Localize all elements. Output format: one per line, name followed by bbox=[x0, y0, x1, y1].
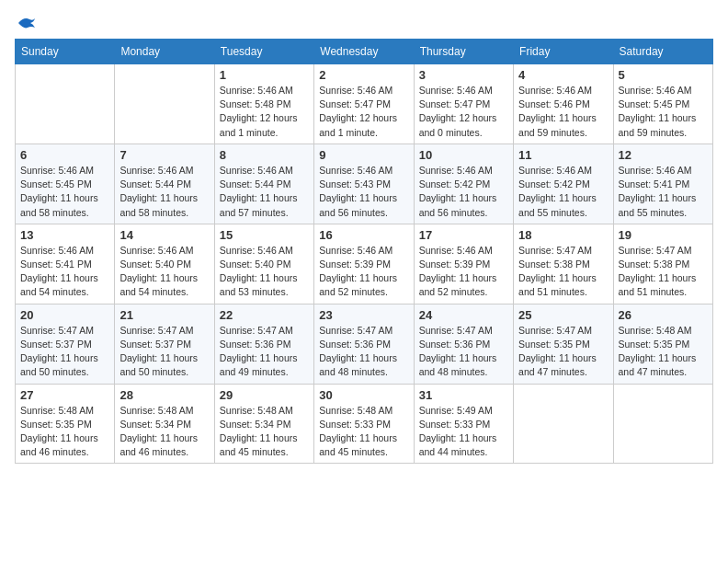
cell-line: Daylight: 11 hours and 57 minutes. bbox=[220, 192, 298, 217]
cell-line: Sunrise: 5:47 AM bbox=[518, 325, 592, 336]
cell-line: Sunrise: 5:46 AM bbox=[518, 165, 592, 176]
cell-content: Sunrise: 5:46 AMSunset: 5:45 PMDaylight:… bbox=[20, 164, 109, 220]
cell-line: Sunset: 5:35 PM bbox=[518, 339, 590, 350]
calendar-cell: 21Sunrise: 5:47 AMSunset: 5:37 PMDayligh… bbox=[115, 304, 214, 384]
calendar-week-row: 13Sunrise: 5:46 AMSunset: 5:41 PMDayligh… bbox=[16, 224, 713, 304]
calendar-body: 1Sunrise: 5:46 AMSunset: 5:48 PMDaylight… bbox=[16, 64, 713, 464]
calendar-table: SundayMondayTuesdayWednesdayThursdayFrid… bbox=[15, 39, 713, 464]
cell-line: Sunset: 5:38 PM bbox=[619, 259, 690, 270]
calendar-week-row: 1Sunrise: 5:46 AMSunset: 5:48 PMDaylight… bbox=[16, 64, 713, 144]
cell-line: Sunset: 5:34 PM bbox=[220, 419, 291, 430]
day-number: 19 bbox=[619, 228, 708, 242]
cell-line: Sunset: 5:41 PM bbox=[20, 259, 92, 270]
calendar-cell: 16Sunrise: 5:46 AMSunset: 5:39 PMDayligh… bbox=[314, 224, 414, 304]
cell-line: Sunrise: 5:46 AM bbox=[119, 245, 193, 256]
day-number: 1 bbox=[220, 68, 309, 82]
cell-line: Daylight: 11 hours and 55 minutes. bbox=[619, 192, 697, 217]
day-number: 8 bbox=[220, 148, 309, 162]
day-number: 25 bbox=[518, 308, 608, 322]
calendar-cell: 8Sunrise: 5:46 AMSunset: 5:44 PMDaylight… bbox=[214, 144, 313, 224]
day-number: 9 bbox=[319, 148, 408, 162]
cell-content: Sunrise: 5:47 AMSunset: 5:36 PMDaylight:… bbox=[419, 324, 508, 380]
day-number: 6 bbox=[20, 148, 109, 162]
calendar-cell: 2Sunrise: 5:46 AMSunset: 5:47 PMDaylight… bbox=[314, 64, 414, 144]
cell-line: Sunrise: 5:47 AM bbox=[619, 245, 692, 256]
cell-line: Sunset: 5:42 PM bbox=[518, 178, 590, 190]
cell-content: Sunrise: 5:46 AMSunset: 5:41 PMDaylight:… bbox=[619, 164, 708, 220]
calendar-cell: 5Sunrise: 5:46 AMSunset: 5:45 PMDaylight… bbox=[613, 64, 712, 144]
cell-line: Sunset: 5:34 PM bbox=[119, 419, 191, 430]
calendar-cell bbox=[514, 384, 613, 464]
cell-line: Daylight: 11 hours and 58 minutes. bbox=[20, 192, 98, 217]
cell-content: Sunrise: 5:46 AMSunset: 5:48 PMDaylight:… bbox=[220, 84, 309, 140]
day-number: 31 bbox=[419, 388, 508, 402]
calendar-cell: 29Sunrise: 5:48 AMSunset: 5:34 PMDayligh… bbox=[214, 384, 313, 464]
calendar-cell: 28Sunrise: 5:48 AMSunset: 5:34 PMDayligh… bbox=[115, 384, 214, 464]
cell-line: Sunset: 5:35 PM bbox=[20, 419, 92, 430]
cell-line: Sunset: 5:35 PM bbox=[619, 339, 690, 350]
cell-line: Daylight: 11 hours and 47 minutes. bbox=[619, 352, 697, 377]
calendar-week-row: 6Sunrise: 5:46 AMSunset: 5:45 PMDaylight… bbox=[16, 144, 713, 224]
cell-line: Daylight: 11 hours and 56 minutes. bbox=[319, 192, 397, 217]
logo bbox=[15, 15, 37, 31]
cell-content: Sunrise: 5:48 AMSunset: 5:35 PMDaylight:… bbox=[619, 324, 708, 380]
calendar-cell: 1Sunrise: 5:46 AMSunset: 5:48 PMDaylight… bbox=[214, 64, 313, 144]
day-number: 15 bbox=[220, 228, 309, 242]
cell-line: Sunrise: 5:48 AM bbox=[319, 405, 392, 416]
day-number: 2 bbox=[319, 68, 408, 82]
cell-line: Sunrise: 5:46 AM bbox=[419, 85, 493, 96]
cell-content: Sunrise: 5:46 AMSunset: 5:39 PMDaylight:… bbox=[419, 244, 508, 300]
cell-content: Sunrise: 5:46 AMSunset: 5:42 PMDaylight:… bbox=[518, 164, 608, 220]
cell-line: Sunset: 5:43 PM bbox=[319, 178, 391, 190]
calendar-week-row: 20Sunrise: 5:47 AMSunset: 5:37 PMDayligh… bbox=[16, 304, 713, 384]
cell-line: Sunset: 5:36 PM bbox=[419, 339, 491, 350]
calendar-cell: 26Sunrise: 5:48 AMSunset: 5:35 PMDayligh… bbox=[613, 304, 712, 384]
cell-line: Sunset: 5:40 PM bbox=[119, 259, 191, 270]
cell-line: Sunrise: 5:47 AM bbox=[319, 325, 392, 336]
page-header bbox=[15, 15, 713, 31]
cell-content: Sunrise: 5:46 AMSunset: 5:44 PMDaylight:… bbox=[119, 164, 209, 220]
calendar-cell: 15Sunrise: 5:46 AMSunset: 5:40 PMDayligh… bbox=[214, 224, 313, 304]
calendar-cell bbox=[16, 64, 115, 144]
cell-line: Sunrise: 5:46 AM bbox=[419, 165, 493, 176]
cell-line: Daylight: 11 hours and 50 minutes. bbox=[119, 352, 198, 377]
cell-line: Daylight: 11 hours and 53 minutes. bbox=[220, 272, 298, 297]
cell-line: Daylight: 11 hours and 56 minutes. bbox=[419, 192, 497, 217]
cell-line: Sunset: 5:37 PM bbox=[119, 339, 191, 350]
cell-line: Daylight: 11 hours and 45 minutes. bbox=[319, 432, 397, 457]
calendar-day-header: Wednesday bbox=[314, 40, 414, 64]
calendar-cell: 3Sunrise: 5:46 AMSunset: 5:47 PMDaylight… bbox=[414, 64, 513, 144]
cell-content: Sunrise: 5:46 AMSunset: 5:45 PMDaylight:… bbox=[619, 84, 708, 140]
calendar-cell: 24Sunrise: 5:47 AMSunset: 5:36 PMDayligh… bbox=[414, 304, 513, 384]
cell-line: Daylight: 11 hours and 55 minutes. bbox=[518, 192, 597, 217]
cell-line: Sunset: 5:39 PM bbox=[319, 259, 391, 270]
calendar-cell: 20Sunrise: 5:47 AMSunset: 5:37 PMDayligh… bbox=[16, 304, 115, 384]
cell-content: Sunrise: 5:47 AMSunset: 5:37 PMDaylight:… bbox=[20, 324, 109, 380]
day-number: 14 bbox=[119, 228, 209, 242]
day-number: 18 bbox=[518, 228, 608, 242]
cell-line: Sunrise: 5:47 AM bbox=[119, 325, 193, 336]
day-number: 5 bbox=[619, 68, 708, 82]
cell-content: Sunrise: 5:47 AMSunset: 5:37 PMDaylight:… bbox=[119, 324, 209, 380]
cell-content: Sunrise: 5:48 AMSunset: 5:34 PMDaylight:… bbox=[220, 404, 309, 460]
cell-content: Sunrise: 5:46 AMSunset: 5:42 PMDaylight:… bbox=[419, 164, 508, 220]
day-number: 28 bbox=[119, 388, 209, 402]
cell-line: Sunrise: 5:48 AM bbox=[20, 405, 94, 416]
cell-line: Daylight: 11 hours and 48 minutes. bbox=[419, 352, 497, 377]
calendar-cell: 30Sunrise: 5:48 AMSunset: 5:33 PMDayligh… bbox=[314, 384, 414, 464]
cell-content: Sunrise: 5:46 AMSunset: 5:46 PMDaylight:… bbox=[518, 84, 608, 140]
day-number: 27 bbox=[20, 388, 109, 402]
cell-line: Sunrise: 5:46 AM bbox=[20, 245, 94, 256]
cell-line: Daylight: 11 hours and 59 minutes. bbox=[619, 112, 697, 137]
cell-line: Sunrise: 5:46 AM bbox=[518, 85, 592, 96]
calendar-day-header: Tuesday bbox=[214, 40, 313, 64]
cell-line: Sunset: 5:40 PM bbox=[220, 259, 291, 270]
cell-line: Sunset: 5:38 PM bbox=[518, 259, 590, 270]
day-number: 4 bbox=[518, 68, 608, 82]
cell-line: Daylight: 11 hours and 49 minutes. bbox=[220, 352, 298, 377]
cell-line: Sunset: 5:39 PM bbox=[419, 259, 491, 270]
cell-line: Sunset: 5:44 PM bbox=[220, 178, 291, 190]
day-number: 13 bbox=[20, 228, 109, 242]
cell-line: Sunset: 5:45 PM bbox=[619, 98, 690, 109]
calendar-cell: 7Sunrise: 5:46 AMSunset: 5:44 PMDaylight… bbox=[115, 144, 214, 224]
